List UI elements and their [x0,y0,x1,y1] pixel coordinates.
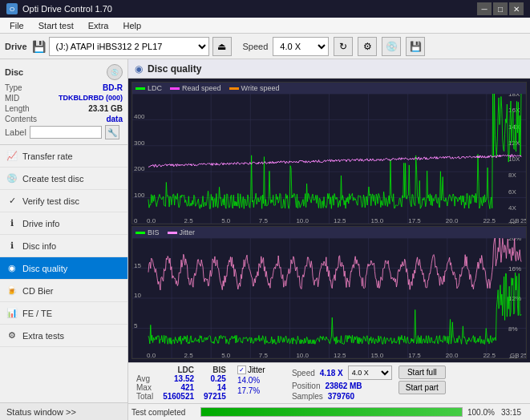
nav-verify-test-disc[interactable]: ✓ Verify test disc [0,190,127,212]
ldc-header: LDC [158,365,199,374]
speed-stat-select[interactable]: 4.0 X [348,365,392,380]
samples-val: 379760 [328,392,354,401]
length-value: 23.31 GB [88,104,123,113]
nav-create-test-disc[interactable]: 💿 Create test disc [0,168,127,190]
stats-table: LDC BIS Avg 13.52 0.25 Max 421 14 Total … [131,365,231,401]
close-button[interactable]: ✕ [509,2,524,15]
start-part-button[interactable]: Start part [399,381,446,394]
menu-file[interactable]: File [3,19,30,32]
mid-value: TDKBLDRBD (000) [59,94,123,103]
read-speed-legend: Read speed [170,84,221,92]
disc-icon: 💿 [107,64,123,80]
drive-select[interactable]: (J:) ATAPI iHBS312 2 PL17 [49,37,209,56]
title-bar: O Opti Drive Control 1.70 ─ □ ✕ [0,0,530,18]
read-speed-legend-label: Read speed [182,84,221,92]
ldc-legend-label: LDC [148,84,162,92]
max-bis: 14 [199,383,231,392]
nav-drive-info-label: Drive info [22,219,59,228]
menu-help[interactable]: Help [116,19,148,32]
status-window-label: Status window >> [6,407,76,417]
bis-legend: BIS [136,228,160,236]
progress-pct: 100.0% [467,408,496,417]
jitter-check[interactable]: ✓ Jitter [237,365,285,374]
type-value: BD-R [103,83,123,92]
position-val: 23862 MB [325,382,362,390]
action-buttons: Start full Start part [399,365,446,394]
max-label: Max [131,383,158,392]
speed-stat-val: 4.18 X [320,369,343,378]
fe-te-icon: 📊 [6,308,18,319]
nav-drive-info[interactable]: ℹ Drive info [0,212,127,235]
chart-top: LDC Read speed Write speed [131,82,527,224]
bis-legend-label: BIS [148,228,160,236]
nav-disc-quality-label: Disc quality [22,264,67,273]
chart-bottom: BIS Jitter [131,226,527,359]
bis-chart-canvas [132,238,526,358]
content-header: ◉ Disc quality [128,59,530,79]
nav-fe-te[interactable]: 📊 FE / TE [0,302,127,325]
settings-button[interactable]: ⚙ [358,37,377,56]
nav-transfer-rate[interactable]: 📈 Transfer rate [0,145,127,168]
status-text: Test completed [131,408,196,417]
app-icon: O [6,3,18,14]
label-set-button[interactable]: 🔧 [105,125,119,139]
maximize-button[interactable]: □ [493,2,508,15]
speed-section: Speed 4.18 X 4.0 X Position 23862 MB Sam… [292,365,392,401]
jitter-check-label: Jitter [248,365,265,374]
drive-info-icon: ℹ [6,218,18,229]
total-bis: 97215 [199,392,231,401]
total-ldc: 5160521 [158,392,199,401]
disc-info-icon: ℹ [6,240,18,252]
nav-extra-tests-label: Extra tests [22,331,64,341]
position-label: Position [292,382,321,390]
status-window-bar[interactable]: Status window >> [0,402,127,420]
speed-stat-label: Speed [292,369,315,378]
content-area: ◉ Disc quality LDC Read speed [128,59,530,420]
type-label: Type [5,83,22,92]
menu-extra[interactable]: Extra [82,19,115,32]
nav-cd-bier[interactable]: 🍺 CD Bier [0,280,127,302]
nav-verify-test-disc-label: Verify test disc [22,196,79,206]
nav-disc-info[interactable]: ℹ Disc info [0,235,127,257]
speed-label: Speed [243,42,269,51]
drive-label: Drive [5,42,27,51]
contents-label: Contents [5,115,37,123]
minimize-button[interactable]: ─ [477,2,492,15]
bis-header: BIS [199,365,231,374]
save-button[interactable]: 💾 [406,37,425,56]
content-title: Disc quality [148,63,201,75]
samples-label: Samples [292,392,323,401]
start-full-button[interactable]: Start full [399,365,446,379]
content-icon: ◉ [135,63,143,75]
total-label: Total [131,392,158,401]
avg-label: Avg [131,374,158,383]
refresh-button[interactable]: ↻ [334,37,353,56]
nav-cd-bier-label: CD Bier [22,286,54,296]
contents-value: data [106,115,123,123]
disc-button[interactable]: 💿 [382,37,401,56]
time-text: 33:15 [501,408,527,417]
disc-title: Disc [5,67,23,77]
stats-panel: LDC BIS Avg 13.52 0.25 Max 421 14 Total … [128,362,530,403]
label-input[interactable] [30,126,102,139]
jitter-legend-label: Jitter [180,228,196,236]
nav-fe-te-label: FE / TE [22,309,52,318]
sidebar: Disc 💿 Type BD-R MID TDKBLDRBD (000) Len… [0,59,128,420]
mid-label: MID [5,94,19,103]
nav-extra-tests[interactable]: ⚙ Extra tests [0,325,127,347]
nav-transfer-rate-label: Transfer rate [22,151,73,161]
menu-start-test[interactable]: Start test [32,19,80,32]
progress-bar-fill [201,408,462,416]
nav-disc-info-label: Disc info [22,241,56,251]
max-ldc: 421 [158,383,199,392]
write-speed-legend: Write speed [229,84,280,92]
jitter-checkbox[interactable]: ✓ [237,365,246,374]
nav-items: 📈 Transfer rate 💿 Create test disc ✓ Ver… [0,145,127,402]
toolbar: Drive 💾 (J:) ATAPI iHBS312 2 PL17 ⏏ Spee… [0,34,530,59]
jitter-section: ✓ Jitter 14.0% 17.7% [237,365,285,395]
eject-button[interactable]: ⏏ [212,37,232,56]
nav-disc-quality[interactable]: ◉ Disc quality [0,257,127,280]
jitter-legend: Jitter [168,228,196,236]
write-speed-legend-label: Write speed [241,84,280,92]
speed-select[interactable]: 4.0 X [273,37,329,56]
